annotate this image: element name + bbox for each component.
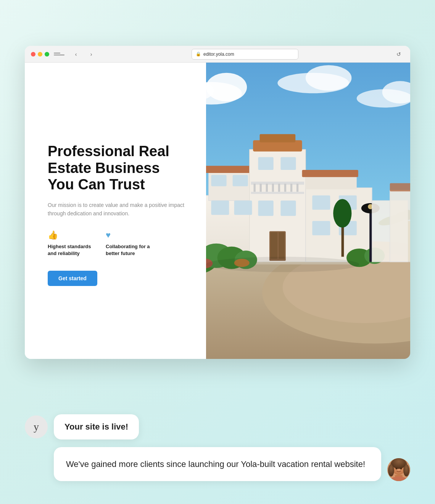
hero-title: Professional Real Estate Business You Ca… xyxy=(48,143,187,193)
svg-rect-38 xyxy=(312,195,330,210)
user-avatar xyxy=(387,458,410,481)
close-window-button[interactable] xyxy=(31,52,35,57)
svg-rect-33 xyxy=(270,232,277,259)
maximize-window-button[interactable] xyxy=(45,52,49,57)
svg-rect-43 xyxy=(234,200,252,215)
svg-rect-42 xyxy=(211,200,229,215)
svg-point-66 xyxy=(333,199,351,228)
svg-rect-20 xyxy=(259,184,261,192)
svg-rect-24 xyxy=(284,184,286,192)
testimonial-bubble: We've gained more clients since launchin… xyxy=(54,447,381,481)
hero-background xyxy=(206,63,410,359)
svg-point-78 xyxy=(396,468,398,470)
minimize-window-button[interactable] xyxy=(38,52,42,57)
hero-image-panel xyxy=(206,63,410,359)
feature-1-label: Highest standards and reliability xyxy=(48,243,93,257)
svg-point-79 xyxy=(400,468,402,470)
svg-rect-29 xyxy=(280,157,296,170)
features-row: 👍 Highest standards and reliability ♥ Co… xyxy=(48,230,187,257)
svg-rect-19 xyxy=(253,184,255,192)
sidebar-toggle-button[interactable] xyxy=(54,50,64,58)
address-bar-container: 🔒 editor.yola.com xyxy=(101,49,389,60)
svg-rect-64 xyxy=(390,183,410,191)
house-scene-svg xyxy=(206,63,410,359)
thumbs-up-icon: 👍 xyxy=(48,230,93,240)
yola-initial: y xyxy=(34,421,39,433)
feature-1: 👍 Highest standards and reliability xyxy=(48,230,93,257)
site-live-text: Your site is live! xyxy=(64,422,128,431)
reload-button[interactable]: ↺ xyxy=(393,49,404,60)
chat-row-2: We've gained more clients since launchin… xyxy=(25,447,410,481)
svg-rect-34 xyxy=(279,232,285,259)
back-button[interactable]: ‹ xyxy=(71,49,81,60)
svg-rect-30 xyxy=(258,200,273,216)
user-avatar-image xyxy=(387,458,410,481)
url-text: editor.yola.com xyxy=(203,52,234,57)
svg-point-75 xyxy=(392,458,406,469)
svg-rect-37 xyxy=(302,170,358,177)
heart-icon: ♥ xyxy=(106,230,151,240)
svg-rect-54 xyxy=(369,211,372,262)
svg-rect-17 xyxy=(259,134,295,142)
traffic-lights xyxy=(31,52,49,57)
lock-icon: 🔒 xyxy=(196,52,201,57)
svg-rect-40 xyxy=(312,221,330,235)
chat-section: y Your site is live! We've gained more c… xyxy=(25,414,410,481)
svg-rect-18 xyxy=(251,182,304,185)
chat-row-1: y Your site is live! xyxy=(25,414,410,439)
forward-button[interactable]: › xyxy=(86,49,97,60)
get-started-button[interactable]: Get started xyxy=(48,271,97,286)
svg-rect-31 xyxy=(280,200,296,216)
svg-rect-36 xyxy=(306,175,357,189)
testimonial-text: We've gained more clients since launchin… xyxy=(66,459,365,469)
hero-subtitle: Our mission is to create value and make … xyxy=(48,201,187,218)
site-live-bubble: Your site is live! xyxy=(54,414,139,439)
feature-2: ♥ Collaborating for a better future xyxy=(106,230,151,257)
svg-rect-45 xyxy=(232,175,248,186)
feature-2-label: Collaborating for a better future xyxy=(106,243,151,257)
address-bar[interactable]: 🔒 editor.yola.com xyxy=(192,49,298,60)
svg-rect-44 xyxy=(211,175,226,186)
svg-rect-22 xyxy=(272,184,274,192)
yola-avatar: y xyxy=(25,415,48,438)
svg-rect-28 xyxy=(258,157,273,170)
svg-rect-23 xyxy=(278,184,280,192)
svg-rect-25 xyxy=(290,184,292,192)
hero-left-panel: Professional Real Estate Business You Ca… xyxy=(25,63,206,359)
svg-rect-21 xyxy=(266,184,267,192)
browser-content: Professional Real Estate Business You Ca… xyxy=(25,63,410,359)
svg-rect-26 xyxy=(296,184,298,192)
svg-point-67 xyxy=(206,257,359,272)
browser-titlebar: ‹ › 🔒 editor.yola.com ↺ xyxy=(25,46,410,63)
svg-rect-63 xyxy=(390,190,410,262)
svg-point-5 xyxy=(306,65,351,91)
browser-window: ‹ › 🔒 editor.yola.com ↺ Professional Rea… xyxy=(25,46,410,359)
svg-rect-27 xyxy=(251,192,304,194)
